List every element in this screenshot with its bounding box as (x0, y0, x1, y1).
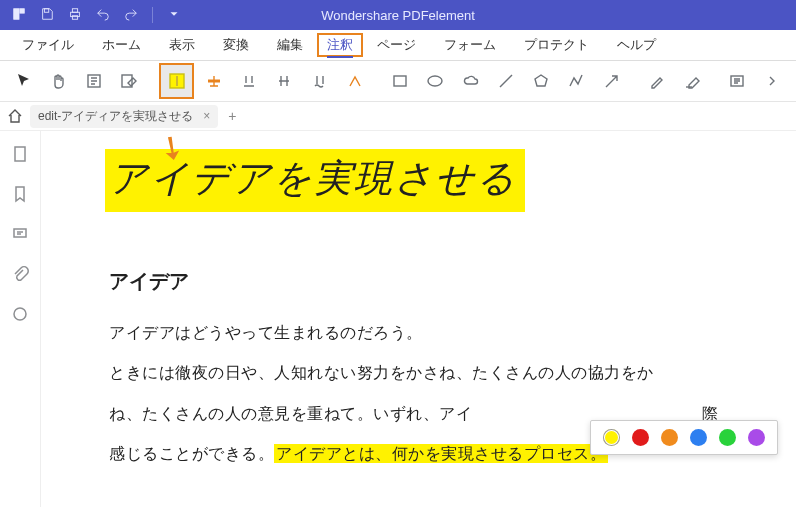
text-box-tool[interactable] (721, 65, 752, 97)
color-swatch-purple[interactable] (748, 429, 765, 446)
menu-protect[interactable]: プロテクト (510, 32, 603, 58)
svg-rect-2 (44, 8, 48, 12)
title-bar: Wondershare PDFelement (0, 0, 796, 30)
menu-page[interactable]: ページ (363, 32, 430, 58)
comments-icon[interactable] (11, 225, 29, 247)
home-tab-icon[interactable] (6, 107, 24, 125)
tab-title: edit-アイディアを実現させる (38, 108, 193, 125)
paragraph-2a: ときには徹夜の日や、人知れない努力をかさね、たくさんの人の協力をか (109, 364, 654, 381)
menu-file[interactable]: ファイル (8, 32, 88, 58)
squiggly-tool[interactable] (304, 65, 335, 97)
document-tabs: edit-アイディアを実現させる × + (0, 102, 796, 131)
caret-tool[interactable] (339, 65, 370, 97)
attachments-icon[interactable] (11, 265, 29, 287)
side-panel (0, 131, 41, 507)
doc-subheading: アイデア (109, 268, 796, 295)
document-tab[interactable]: edit-アイディアを実現させる × (30, 105, 218, 128)
bookmarks-icon[interactable] (11, 185, 29, 207)
color-swatch-red[interactable] (632, 429, 649, 446)
menu-annotate[interactable]: 注釈 (317, 33, 363, 57)
highlight-tool[interactable] (159, 63, 194, 99)
oval-tool[interactable] (420, 65, 451, 97)
chat-icon[interactable] (11, 305, 29, 327)
rectangle-tool[interactable] (384, 65, 415, 97)
thumbnails-icon[interactable] (11, 145, 29, 167)
add-tab-icon[interactable]: + (224, 108, 240, 124)
paragraph-2b: ね、たくさんの人の意見を重ねて。いずれ、アイ (109, 405, 472, 422)
print-icon[interactable] (68, 7, 82, 24)
eraser-tool[interactable] (676, 65, 707, 97)
connected-lines-tool[interactable] (561, 65, 592, 97)
svg-rect-9 (394, 76, 406, 86)
select-tool[interactable] (8, 65, 39, 97)
edit-note-tool[interactable] (114, 65, 145, 97)
menu-home[interactable]: ホーム (88, 32, 155, 58)
annotation-toolbar (0, 61, 796, 102)
area-highlight-tool[interactable] (198, 65, 229, 97)
svg-rect-1 (20, 8, 24, 12)
color-swatch-orange[interactable] (661, 429, 678, 446)
dropdown-icon[interactable] (167, 7, 181, 24)
color-swatch-yellow[interactable] (603, 429, 620, 446)
note-tool[interactable] (79, 65, 110, 97)
app-title: Wondershare PDFelement (321, 8, 475, 23)
menu-view[interactable]: 表示 (155, 32, 209, 58)
underline-tool[interactable] (233, 65, 264, 97)
more-tools[interactable] (757, 65, 788, 97)
svg-rect-13 (14, 229, 26, 237)
redo-icon[interactable] (124, 7, 138, 24)
svg-point-14 (14, 308, 26, 320)
logo-icon (12, 7, 26, 24)
menu-bar: ファイル ホーム 表示 変換 編集 注釈 ページ フォーム プロテクト ヘルプ (0, 30, 796, 61)
save-icon[interactable] (40, 7, 54, 24)
menu-form[interactable]: フォーム (430, 32, 510, 58)
paragraph-1: アイデアはどうやって生まれるのだろう。 (109, 324, 423, 341)
color-palette-popup[interactable] (590, 420, 778, 455)
line-tool[interactable] (490, 65, 521, 97)
svg-point-10 (428, 76, 442, 86)
pencil-tool[interactable] (641, 65, 672, 97)
color-swatch-green[interactable] (719, 429, 736, 446)
undo-icon[interactable] (96, 7, 110, 24)
svg-rect-0 (14, 8, 19, 19)
close-tab-icon[interactable]: × (203, 109, 210, 123)
menu-convert[interactable]: 変換 (209, 32, 263, 58)
color-swatch-blue[interactable] (690, 429, 707, 446)
inline-highlight[interactable]: アイデアとは、何かを実現させるプロセス。 (274, 444, 608, 463)
hand-tool[interactable] (43, 65, 74, 97)
polygon-tool[interactable] (526, 65, 557, 97)
strikeout-tool[interactable] (269, 65, 300, 97)
svg-rect-12 (15, 147, 25, 161)
svg-rect-4 (72, 8, 77, 12)
arrow-tool[interactable] (596, 65, 627, 97)
separator (152, 7, 153, 23)
menu-help[interactable]: ヘルプ (603, 32, 670, 58)
cloud-tool[interactable] (455, 65, 486, 97)
paragraph-3a: 感じることができる。 (109, 445, 274, 462)
menu-edit[interactable]: 編集 (263, 32, 317, 58)
